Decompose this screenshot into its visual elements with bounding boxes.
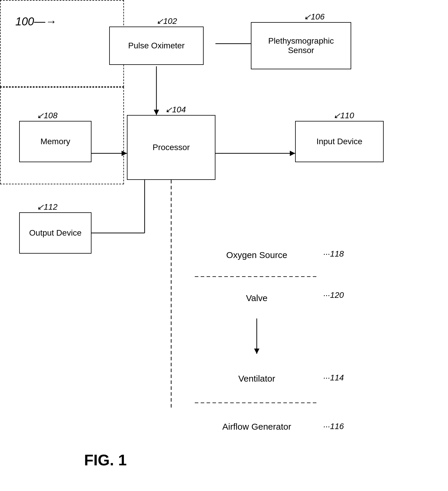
plethysmographic-sensor-box: PlethysmographicSensor (251, 22, 351, 69)
airflow-generator-ref: ···116 (323, 422, 344, 431)
ventilator-label: Ventilator (195, 354, 318, 403)
oxygen-source-ref: ···118 (323, 249, 344, 259)
figure-label: FIG. 1 (84, 451, 127, 469)
processor-box: Processor (127, 115, 215, 180)
airflow-generator-label: Airflow Generator (195, 403, 318, 451)
ventilator-ref: ···114 (323, 373, 344, 382)
input-device-ref: ↙110 (333, 111, 354, 120)
svg-marker-13 (254, 349, 259, 354)
valve-label: Valve (195, 277, 318, 319)
output-device-box: Output Device (19, 212, 91, 254)
output-device-ref: ↙112 (37, 202, 58, 212)
processor-ref: ↙104 (165, 105, 186, 114)
oxygen-source-label: Oxygen Source (195, 233, 318, 277)
oxygen-valve-group (0, 0, 124, 87)
valve-ref: ···120 (323, 290, 344, 300)
pulse-oximeter-ref: ↙102 (156, 16, 177, 26)
pulse-oximeter-box: Pulse Oximeter (109, 27, 204, 65)
plethysmographic-ref: ↙106 (304, 12, 325, 22)
memory-box: Memory (19, 121, 91, 162)
svg-marker-7 (290, 151, 295, 156)
svg-marker-1 (154, 110, 159, 115)
memory-ref: ↙108 (37, 111, 58, 120)
input-device-box: Input Device (295, 121, 384, 162)
diagram-container: 100—→ Pulse Oximeter ↙102 Plethysmograph… (0, 0, 448, 491)
system-ref-label: 100—→ (15, 15, 56, 28)
